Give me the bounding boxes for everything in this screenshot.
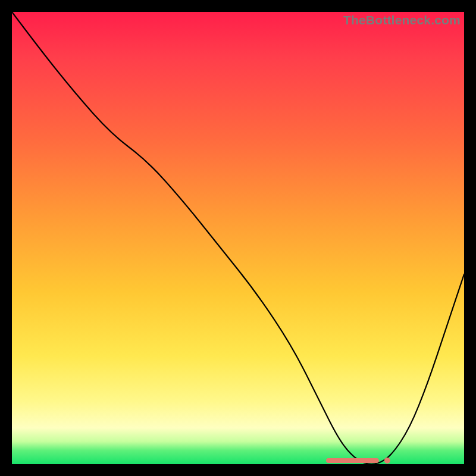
optimal-marker-group [328, 458, 390, 464]
optimal-point-dot [384, 458, 390, 464]
chart-svg [12, 12, 464, 464]
chart-frame: TheBottleneck.com [0, 0, 476, 476]
chart-plot-area: TheBottleneck.com [12, 12, 464, 464]
bottleneck-curve [12, 12, 464, 464]
